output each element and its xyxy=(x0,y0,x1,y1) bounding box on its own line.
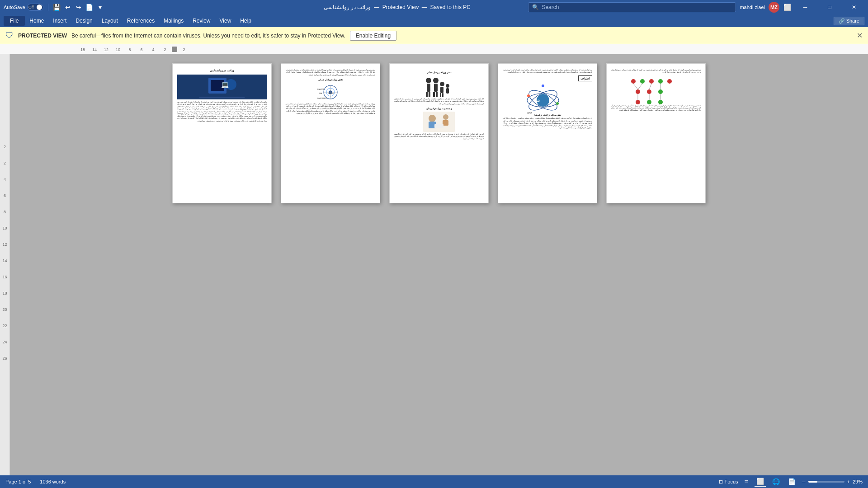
menu-insert[interactable]: Insert xyxy=(48,16,71,26)
svg-point-46 xyxy=(649,79,654,84)
search-placeholder: Search xyxy=(542,4,559,10)
page-5-content: همچنین روانشناس می گویند که محیط علاوه ب… xyxy=(607,64,705,203)
page-1-image: 💻 xyxy=(177,75,267,99)
print-view-button[interactable]: ⬜ xyxy=(755,477,766,487)
menu-file[interactable]: File xyxy=(4,16,25,26)
focus-icon: ⊡ xyxy=(719,479,723,485)
page-1-body: ماهیت که قطعات اژلول جنبی حضار این صحبت … xyxy=(177,101,267,122)
page-3-title: نقش ورزانه در رفتار همانی xyxy=(394,71,484,74)
page-3-body: الله آنچه میزان مورد پیوند قرار گرفته اس… xyxy=(394,98,484,105)
sidebar-num: 12 xyxy=(2,242,7,247)
zoom-fill xyxy=(808,481,817,483)
ruler-marker xyxy=(172,47,177,52)
menu-layout[interactable]: Layout xyxy=(97,16,123,26)
network-diagram xyxy=(638,76,674,103)
svg-point-23 xyxy=(440,82,444,86)
undo-icon[interactable]: ↩ xyxy=(64,3,72,11)
word-count: 1036 words xyxy=(40,479,66,484)
zoom-percent: 29% xyxy=(853,479,863,484)
ribbon-display-icon[interactable]: ⬜ xyxy=(783,3,791,11)
menu-design[interactable]: Design xyxy=(71,16,97,26)
more-icon[interactable]: ▾ xyxy=(96,3,104,11)
zoom-slider[interactable] xyxy=(808,481,844,483)
menu-review[interactable]: Review xyxy=(188,16,215,26)
main-area: 2 2 4 6 8 10 12 14 16 18 20 22 24 26 ورا… xyxy=(0,54,868,475)
ruler-marks: 18 14 12 10 8 6 4 2 2 xyxy=(77,47,190,52)
page-3-body2: این می کنند خواندن که ریشه های دارند از … xyxy=(394,133,484,141)
autosave-toggle[interactable]: AutoSave Off xyxy=(4,4,43,11)
ruler-mark: 4 xyxy=(147,47,159,52)
page-4-intro: این قرار صحبت که ریشه های محیطی و ژنتیکی… xyxy=(503,69,592,74)
menu-home[interactable]: Home xyxy=(25,16,48,26)
file-icon[interactable]: 📄 xyxy=(85,3,94,11)
svg-point-49 xyxy=(636,89,640,94)
protected-message: Be careful—files from the Internet can c… xyxy=(71,33,345,39)
page-5[interactable]: همچنین روانشناس می گویند که محیط علاوه ب… xyxy=(606,63,706,203)
svg-point-15 xyxy=(426,78,431,83)
web-view-button[interactable]: 🌐 xyxy=(770,477,782,486)
svg-text:DNA: DNA xyxy=(319,93,322,94)
sidebar-num: 6 xyxy=(4,193,6,198)
status-right: ⊡ Focus ≡ ⬜ 🌐 📄 ─ + 29% xyxy=(719,477,863,487)
svg-point-42 xyxy=(542,84,544,87)
svg-text:DNA: DNA xyxy=(527,112,532,114)
minimize-button[interactable]: ─ xyxy=(795,0,816,14)
search-icon: 🔍 xyxy=(532,4,539,10)
page-2-body: موتسیس و ارزیبی می شود که همراه با عوامل… xyxy=(286,69,375,76)
page-2[interactable]: موتسیس و ارزیبی می شود که همراه با عوامل… xyxy=(281,63,380,203)
page-2-body2: ورزانه از ماده هم بالخصوص این قضیه است د… xyxy=(286,103,375,115)
status-bar: Page 1 of 5 1036 words ⊡ Focus ≡ ⬜ 🌐 📄 ─… xyxy=(0,475,868,488)
save-icon[interactable]: 💾 xyxy=(53,3,61,11)
svg-text:شما: شما xyxy=(534,99,540,102)
maximize-button[interactable]: □ xyxy=(819,0,840,14)
save-state: Saved to this PC xyxy=(430,4,471,10)
outline-view-button[interactable]: 📄 xyxy=(786,477,797,486)
autosave-switch[interactable]: Off xyxy=(27,4,43,11)
ruler-mark: 6 xyxy=(136,47,147,52)
zoom-in-button[interactable]: + xyxy=(847,479,850,484)
page-5-body: همچنین روانشناسان می گویند که محیط علاوه… xyxy=(611,105,701,112)
svg-rect-34 xyxy=(434,124,443,128)
status-left: Page 1 of 5 1036 words xyxy=(5,479,66,484)
svg-rect-25 xyxy=(440,93,441,97)
svg-rect-21 xyxy=(433,92,435,97)
svg-text:BEHAVIOR: BEHAVIOR xyxy=(317,89,325,90)
sidebar-num: 24 xyxy=(2,340,7,344)
enable-editing-button[interactable]: Enable Editing xyxy=(350,31,396,41)
menu-view[interactable]: View xyxy=(215,16,236,26)
svg-point-40 xyxy=(527,94,530,97)
sidebar-num: 10 xyxy=(2,226,7,230)
page-3-subtitle2: و شخصیت ورزانه در فرزندان xyxy=(394,107,484,110)
svg-point-32 xyxy=(443,114,448,120)
svg-rect-29 xyxy=(423,112,455,132)
menu-mailings[interactable]: Mailings xyxy=(159,16,188,26)
protectedbar-close[interactable]: ✕ xyxy=(857,31,863,40)
search-bar[interactable]: 🔍 Search xyxy=(528,2,736,12)
page-1[interactable]: وراثت در روانشناسی 💻 ماهیت که قطعات اژلو… xyxy=(172,63,272,203)
svg-point-53 xyxy=(647,100,651,104)
ruler-mark: 12 xyxy=(100,47,112,52)
svg-line-55 xyxy=(633,84,638,89)
menu-bar: File Home Insert Design Layout Reference… xyxy=(0,14,868,27)
svg-point-44 xyxy=(631,79,636,84)
zoom-control: ─ + 29% xyxy=(802,479,863,484)
focus-button[interactable]: ⊡ Focus xyxy=(719,479,738,485)
svg-rect-24 xyxy=(440,87,443,93)
redo-icon[interactable]: ↪ xyxy=(75,3,83,11)
view-mode: Protected View xyxy=(382,4,419,10)
svg-line-56 xyxy=(638,84,642,89)
sidebar-num: 14 xyxy=(2,258,7,263)
page-3[interactable]: نقش ورزانه در رفتار همانی xyxy=(389,63,489,203)
document-area: وراثت در روانشناسی 💻 ماهیت که قطعات اژلو… xyxy=(10,54,868,475)
user-name: mahdi ziaei xyxy=(740,5,765,10)
close-button[interactable]: ✕ xyxy=(844,0,864,14)
user-avatar[interactable]: MZ xyxy=(769,2,779,13)
share-button[interactable]: 🔗 Share xyxy=(834,17,864,25)
menu-references[interactable]: References xyxy=(123,16,159,26)
page-4[interactable]: این قرار صحبت که ریشه های محیطی و ژنتیکی… xyxy=(498,63,597,203)
read-view-button[interactable]: ≡ xyxy=(743,477,750,486)
zoom-out-button[interactable]: ─ xyxy=(802,479,806,484)
svg-point-41 xyxy=(556,102,559,105)
sidebar-num: 2 xyxy=(4,161,6,165)
menu-help[interactable]: Help xyxy=(236,16,256,26)
